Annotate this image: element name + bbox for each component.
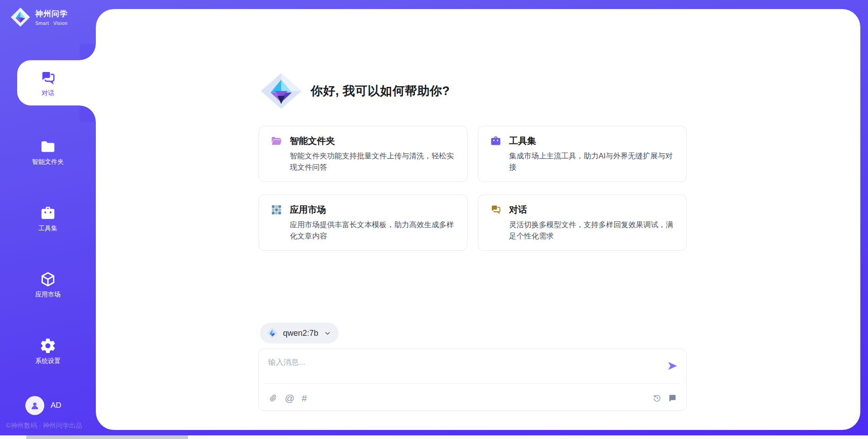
gear-icon xyxy=(39,337,57,355)
composer-divider xyxy=(264,383,680,384)
mention-button[interactable]: @ xyxy=(285,393,294,403)
avatar xyxy=(25,396,44,415)
user-name: AD xyxy=(51,401,61,410)
card-smart-folder[interactable]: 智能文件夹 智能文件夹功能支持批量文件上传与清洗，轻松实现文件问答 xyxy=(259,126,467,182)
card-description: 应用市场提供丰富长文本模板，助力高效生成多样化文章内容 xyxy=(290,219,457,242)
sidebar-item-label: 工具集 xyxy=(38,224,57,233)
briefcase-icon xyxy=(39,204,57,222)
briefcase-icon xyxy=(490,135,502,147)
hash-icon: # xyxy=(302,393,307,403)
card-description: 集成市场上主流工具，助力AI与外界无缝扩展与对接 xyxy=(509,150,676,173)
brand-name-en: Smart Vision xyxy=(35,20,68,26)
active-tab-curve-top xyxy=(80,44,96,60)
paperclip-icon xyxy=(268,393,278,403)
chat-bubbles-icon xyxy=(490,204,502,216)
grid-icon xyxy=(270,204,283,216)
send-icon xyxy=(667,360,678,372)
sidebar-item-toolset[interactable]: 工具集 xyxy=(0,196,96,241)
feature-cards: 智能文件夹 智能文件夹功能支持批量文件上传与清洗，轻松实现文件问答 工具集 集成… xyxy=(259,126,687,251)
card-description: 灵活切换多模型文件，支持多样回复效果调试，满足个性化需求 xyxy=(509,219,676,242)
user-profile[interactable]: AD xyxy=(25,396,61,415)
sidebar: 神州问学 Smart Vision 对话 智能文件夹 xyxy=(0,0,96,439)
message-composer: @ # xyxy=(258,348,687,411)
message-input[interactable] xyxy=(259,349,652,382)
topic-button[interactable]: # xyxy=(302,393,307,403)
card-chat[interactable]: 对话 灵活切换多模型文件，支持多样回复效果调试，满足个性化需求 xyxy=(478,195,687,251)
brand-logo-gem-icon xyxy=(10,7,31,28)
sidebar-item-label: 应用市场 xyxy=(35,291,61,299)
greeting: 你好, 我可以如何帮助你? xyxy=(259,72,450,110)
cube-icon xyxy=(39,270,57,288)
new-chat-button[interactable] xyxy=(668,393,677,403)
copyright-footer: ©神州数码 · 神州问学出品 xyxy=(6,421,82,430)
card-app-market[interactable]: 应用市场 应用市场提供丰富长文本模板，助力高效生成多样化文章内容 xyxy=(259,195,467,251)
sidebar-item-chat[interactable]: 对话 xyxy=(0,60,96,105)
history-icon xyxy=(652,393,662,403)
brand: 神州问学 Smart Vision xyxy=(10,7,68,28)
model-gem-icon xyxy=(266,327,278,339)
model-selector[interactable]: qwen2:7b xyxy=(260,323,339,344)
card-title: 智能文件夹 xyxy=(290,135,335,147)
greeting-text: 你好, 我可以如何帮助你? xyxy=(311,83,450,99)
chevron-down-icon xyxy=(324,330,331,337)
main-panel: 你好, 我可以如何帮助你? 智能文件夹 智能文件夹功能支持批量文件上传与清洗，轻… xyxy=(96,9,860,430)
brand-name-cn: 神州问学 xyxy=(35,9,68,19)
card-title: 工具集 xyxy=(509,135,536,147)
chat-square-icon xyxy=(668,393,677,403)
attach-file-button[interactable] xyxy=(268,393,278,403)
card-title: 应用市场 xyxy=(290,204,326,216)
send-button[interactable] xyxy=(666,359,679,372)
active-tab-curve-bottom xyxy=(80,105,96,122)
person-icon xyxy=(29,400,41,411)
sidebar-item-label: 对话 xyxy=(42,89,54,97)
horizontal-scrollbar[interactable] xyxy=(0,435,868,439)
open-folder-icon xyxy=(270,135,283,147)
sidebar-item-label: 智能文件夹 xyxy=(32,158,64,166)
card-toolset[interactable]: 工具集 集成市场上主流工具，助力AI与外界无缝扩展与对接 xyxy=(478,126,687,182)
model-name: qwen2:7b xyxy=(283,329,318,338)
card-description: 智能文件夹功能支持批量文件上传与清洗，轻松实现文件问答 xyxy=(290,150,457,173)
history-button[interactable] xyxy=(652,393,662,403)
chat-bubbles-icon xyxy=(39,69,57,87)
sidebar-item-smart-folder[interactable]: 智能文件夹 xyxy=(0,129,96,174)
sidebar-item-app-market[interactable]: 应用市场 xyxy=(0,262,96,307)
sidebar-item-settings[interactable]: 系统设置 xyxy=(0,328,96,373)
at-icon: @ xyxy=(285,393,294,403)
scrollbar-thumb[interactable] xyxy=(26,435,188,439)
card-title: 对话 xyxy=(509,204,527,216)
folder-icon xyxy=(39,138,57,156)
sidebar-item-label: 系统设置 xyxy=(35,357,61,365)
assistant-gem-icon xyxy=(259,72,303,110)
composer-toolbar: @ # xyxy=(268,390,677,406)
